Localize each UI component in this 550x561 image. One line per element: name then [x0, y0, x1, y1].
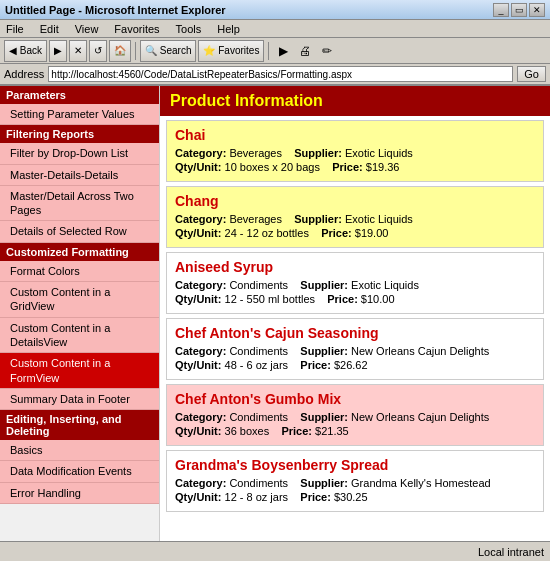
supplier-label: Supplier:	[294, 147, 342, 159]
address-label: Address	[4, 68, 44, 80]
sidebar-item-filter-dropdown[interactable]: Filter by Drop-Down List	[0, 143, 159, 164]
main-layout: Parameters Setting Parameter Values Filt…	[0, 86, 550, 541]
sidebar-item-summary-footer[interactable]: Summary Data in Footer	[0, 389, 159, 410]
price-label: Price:	[321, 227, 352, 239]
category-label: Category:	[175, 411, 226, 423]
restore-button[interactable]: ▭	[511, 3, 527, 17]
minimize-button[interactable]: _	[493, 3, 509, 17]
product-card: Grandma's Boysenberry Spread Category: C…	[166, 450, 544, 512]
home-button[interactable]: 🏠	[109, 40, 131, 62]
qty-label: Qty/Unit:	[175, 425, 221, 437]
menu-tools[interactable]: Tools	[172, 22, 206, 36]
address-input[interactable]	[48, 66, 513, 82]
content-area: Product Information Chai Category: Bever…	[160, 86, 550, 541]
sidebar: Parameters Setting Parameter Values Filt…	[0, 86, 160, 541]
toolbar-separator-2	[268, 42, 269, 60]
sidebar-section-filtering[interactable]: Filtering Reports	[0, 125, 159, 143]
menu-help[interactable]: Help	[213, 22, 244, 36]
product-name: Aniseed Syrup	[175, 259, 535, 275]
edit-icon[interactable]: ✏	[317, 41, 337, 61]
qty-label: Qty/Unit:	[175, 359, 221, 371]
product-qty-row: Qty/Unit: 24 - 12 oz bottles Price: $19.…	[175, 227, 535, 239]
category-label: Category:	[175, 477, 226, 489]
product-name: Chai	[175, 127, 535, 143]
sidebar-section-formatting[interactable]: Customized Formatting	[0, 243, 159, 261]
product-qty-row: Qty/Unit: 12 - 550 ml bottles Price: $10…	[175, 293, 535, 305]
toolbar-separator	[135, 42, 136, 60]
sidebar-section-editing[interactable]: Editing, Inserting, and Deleting	[0, 410, 159, 440]
back-button[interactable]: ◀ Back	[4, 40, 47, 62]
qty-label: Qty/Unit:	[175, 227, 221, 239]
status-bar: Local intranet	[0, 541, 550, 561]
product-name: Chef Anton's Gumbo Mix	[175, 391, 535, 407]
product-category-row: Category: Condiments Supplier: New Orlea…	[175, 345, 535, 357]
sidebar-item-custom-detailsview[interactable]: Custom Content in a DetailsView	[0, 318, 159, 354]
qty-label: Qty/Unit:	[175, 161, 221, 173]
product-qty-row: Qty/Unit: 36 boxes Price: $21.35	[175, 425, 535, 437]
sidebar-item-format-colors[interactable]: Format Colors	[0, 261, 159, 282]
sidebar-item-details-selected[interactable]: Details of Selected Row	[0, 221, 159, 242]
product-category-row: Category: Condiments Supplier: Exotic Li…	[175, 279, 535, 291]
supplier-label: Supplier:	[300, 477, 348, 489]
product-category-row: Category: Condiments Supplier: New Orlea…	[175, 411, 535, 423]
sidebar-item-custom-gridview[interactable]: Custom Content in a GridView	[0, 282, 159, 318]
product-category-row: Category: Beverages Supplier: Exotic Liq…	[175, 147, 535, 159]
media-icon: ▶	[273, 41, 293, 61]
supplier-label: Supplier:	[300, 411, 348, 423]
product-card: Chef Anton's Cajun Seasoning Category: C…	[166, 318, 544, 380]
window-controls[interactable]: _ ▭ ✕	[493, 3, 545, 17]
sidebar-item-basics[interactable]: Basics	[0, 440, 159, 461]
product-category-row: Category: Condiments Supplier: Grandma K…	[175, 477, 535, 489]
category-label: Category:	[175, 279, 226, 291]
sidebar-item-error-handling[interactable]: Error Handling	[0, 483, 159, 504]
favorites-button[interactable]: ⭐ Favorites	[198, 40, 264, 62]
menu-bar: File Edit View Favorites Tools Help	[0, 20, 550, 38]
sidebar-item-custom-formview[interactable]: Custom Content in a FormView	[0, 353, 159, 389]
print-icon[interactable]: 🖨	[295, 41, 315, 61]
price-label: Price:	[300, 491, 331, 503]
price-label: Price:	[281, 425, 312, 437]
product-card: Chang Category: Beverages Supplier: Exot…	[166, 186, 544, 248]
title-bar: Untitled Page - Microsoft Internet Explo…	[0, 0, 550, 20]
menu-edit[interactable]: Edit	[36, 22, 63, 36]
status-zone: Local intranet	[478, 546, 544, 558]
supplier-label: Supplier:	[294, 213, 342, 225]
product-qty-row: Qty/Unit: 12 - 8 oz jars Price: $30.25	[175, 491, 535, 503]
product-list: Chai Category: Beverages Supplier: Exoti…	[160, 120, 550, 512]
category-label: Category:	[175, 345, 226, 357]
close-button[interactable]: ✕	[529, 3, 545, 17]
forward-button[interactable]: ▶	[49, 40, 67, 62]
search-button[interactable]: 🔍 Search	[140, 40, 196, 62]
product-name: Grandma's Boysenberry Spread	[175, 457, 535, 473]
product-name: Chef Anton's Cajun Seasoning	[175, 325, 535, 341]
sidebar-item-setting-parameter[interactable]: Setting Parameter Values	[0, 104, 159, 125]
toolbar: ◀ Back ▶ ✕ ↺ 🏠 🔍 Search ⭐ Favorites ▶ 🖨 …	[0, 38, 550, 64]
product-qty-row: Qty/Unit: 10 boxes x 20 bags Price: $19.…	[175, 161, 535, 173]
product-category-row: Category: Beverages Supplier: Exotic Liq…	[175, 213, 535, 225]
product-qty-row: Qty/Unit: 48 - 6 oz jars Price: $26.62	[175, 359, 535, 371]
menu-view[interactable]: View	[71, 22, 103, 36]
refresh-button[interactable]: ↺	[89, 40, 107, 62]
supplier-label: Supplier:	[300, 279, 348, 291]
sidebar-item-master-detail-two-pages[interactable]: Master/Detail Across Two Pages	[0, 186, 159, 222]
product-card: Aniseed Syrup Category: Condiments Suppl…	[166, 252, 544, 314]
stop-button[interactable]: ✕	[69, 40, 87, 62]
product-card: Chai Category: Beverages Supplier: Exoti…	[166, 120, 544, 182]
window-title: Untitled Page - Microsoft Internet Explo…	[5, 4, 226, 16]
menu-favorites[interactable]: Favorites	[110, 22, 163, 36]
sidebar-section-parameters[interactable]: Parameters	[0, 86, 159, 104]
product-card: Chef Anton's Gumbo Mix Category: Condime…	[166, 384, 544, 446]
sidebar-item-master-details[interactable]: Master-Details-Details	[0, 165, 159, 186]
address-bar: Address Go	[0, 64, 550, 86]
price-label: Price:	[332, 161, 363, 173]
product-name: Chang	[175, 193, 535, 209]
sidebar-item-data-modification[interactable]: Data Modification Events	[0, 461, 159, 482]
category-label: Category:	[175, 213, 226, 225]
price-label: Price:	[327, 293, 358, 305]
category-label: Category:	[175, 147, 226, 159]
price-label: Price:	[300, 359, 331, 371]
qty-label: Qty/Unit:	[175, 491, 221, 503]
go-button[interactable]: Go	[517, 66, 546, 82]
menu-file[interactable]: File	[2, 22, 28, 36]
product-header: Product Information	[160, 86, 550, 116]
